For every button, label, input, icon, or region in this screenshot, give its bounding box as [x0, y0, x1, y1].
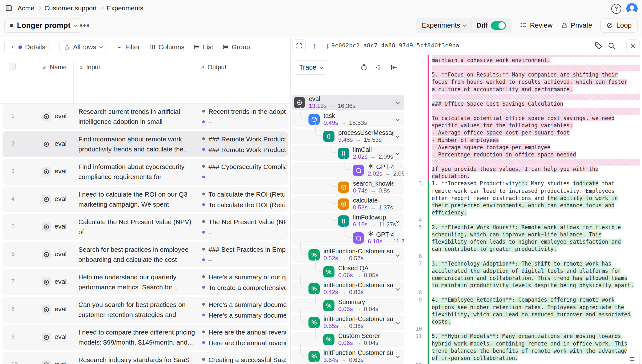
previous-row-button[interactable]: ↑	[313, 41, 316, 50]
diff-added-line: accelerated the adoption of digital tool…	[432, 267, 642, 275]
output-line: ### Cybersecurity Complia	[202, 162, 286, 172]
breadcrumb-org[interactable]: Acme	[18, 4, 34, 12]
chevron-down-icon[interactable]	[396, 151, 400, 155]
trace-view-dropdown[interactable]: Trace	[294, 60, 328, 75]
next-row-button[interactable]: ↓	[326, 41, 329, 50]
align-left-icon[interactable]	[390, 64, 398, 71]
table-row[interactable]: 1evalResearch current trends in artifici…	[3, 104, 288, 129]
trace-span-initfunction-customer-support-c-[interactable]: %initFunction-Customer support-C...0.52s…	[292, 247, 404, 263]
details-button[interactable]: Details	[4, 40, 50, 54]
diff-added-line: trend balances the benefits of remote wo…	[432, 347, 642, 355]
column-divider[interactable]	[37, 62, 37, 104]
trace-span-gpt-4o-mini[interactable]: GPT-4o mini2.02s→2.09s	[292, 162, 404, 178]
output-text: To create a comprehensive	[208, 283, 286, 293]
avatar[interactable]	[626, 3, 638, 14]
trace-span-closed-qa[interactable]: %Closed QA0.06s→0.05s	[292, 264, 404, 280]
table-row[interactable]: 2evalFind information about remote workp…	[3, 131, 288, 157]
more-actions-button[interactable]: •••	[80, 21, 90, 30]
diff-toggle[interactable]	[491, 21, 506, 30]
chevron-down-icon[interactable]	[396, 134, 400, 138]
column-header-name[interactable]: Name	[42, 64, 66, 71]
loop-button[interactable]: Loop	[600, 18, 638, 33]
chevron-down-icon[interactable]	[396, 253, 400, 257]
table-row[interactable]: 7evalHelp me understand our quarterlyper…	[3, 269, 288, 295]
table-row[interactable]: 4evalI need to calculate the ROI on our …	[3, 187, 288, 212]
row-name-cell: eval	[55, 112, 67, 120]
timing-icon[interactable]	[360, 64, 368, 71]
column-divider[interactable]	[197, 62, 197, 104]
span-name: GPT-4o mini	[368, 231, 393, 238]
output-bullet-icon	[202, 341, 205, 344]
table-row[interactable]: 5evalCalculate the Net Present Value (NP…	[3, 214, 288, 240]
chevron-down-icon[interactable]	[396, 320, 400, 324]
span-name: task	[324, 112, 393, 119]
trace-span-search-knowledge-base[interactable]: search_knowledge_base0.74s→0.8s	[292, 179, 404, 195]
duration-compare: 0.38s	[349, 323, 363, 329]
chevron-down-icon[interactable]	[396, 354, 400, 358]
filter-button[interactable]: Filter	[116, 43, 140, 51]
span-durations: 6.18s→11.27s	[368, 238, 404, 245]
tree-connector	[315, 124, 322, 136]
arrow-icon: →	[338, 255, 349, 261]
experiment-selector[interactable]: Longer prompt	[4, 18, 82, 33]
chevron-down-icon[interactable]	[396, 287, 400, 291]
duration-compare: 11.27s	[393, 238, 404, 245]
output-line: –	[202, 117, 286, 128]
review-button[interactable]: Review	[520, 21, 552, 29]
trace-span-initfunction-customer-support-c-[interactable]: %initFunction-Customer support-C...3.64s…	[292, 349, 404, 364]
trace-span-initfunction-customer-support-c-[interactable]: %initFunction-Customer support-C...0.55s…	[292, 315, 404, 330]
trace-span-task[interactable]: task9.49s→15.53s	[292, 112, 404, 127]
output-text: ### Remote Work Product	[208, 145, 286, 155]
table-row[interactable]: 8evalCan you search for best practices o…	[3, 297, 288, 323]
trace-span-custom-scorer[interactable]: %Custom Scorer0.06s→0.04s	[292, 332, 404, 347]
table-row[interactable]: 10evalResearch industry standards for Sa…	[3, 352, 288, 364]
trace-span-summary[interactable]: %Summary0.05s→0.04s	[292, 298, 404, 314]
row-output-cell: Recent trends in the adopti–	[202, 107, 286, 129]
sidebar-toggle-icon[interactable]	[5, 4, 13, 12]
chevron-down-icon[interactable]	[396, 117, 400, 121]
row-name-cell: eval	[55, 333, 67, 340]
group-icon	[223, 44, 229, 50]
search-icon[interactable]	[608, 42, 616, 50]
trace-span-processusermessage[interactable]: ()processUserMessage9.48s→15.53s	[292, 129, 404, 144]
trace-span-eval[interactable]: eval13.13s→16.36s	[292, 95, 404, 110]
arrow-icon: →	[338, 119, 349, 126]
eval-icon	[42, 333, 51, 342]
private-button[interactable]: Private	[561, 21, 592, 29]
table-row[interactable]: 6evalSearch for best practices in employ…	[3, 242, 288, 267]
help-icon[interactable]: ?	[611, 4, 621, 14]
column-header-input[interactable]: Input	[78, 64, 100, 71]
span-durations: 6.18s→11.27s	[353, 221, 396, 228]
breadcrumb-section[interactable]: Experiments	[107, 4, 144, 12]
expanded-view-button[interactable]	[625, 351, 639, 364]
experiments-dropdown[interactable]: Experiments	[422, 21, 466, 29]
column-header-output[interactable]: Output	[200, 64, 226, 71]
trace-span-calculate[interactable]: calculate0.53s→1.37s	[292, 196, 404, 212]
content-area: Details All rows Filter Columns List	[0, 37, 642, 364]
column-divider[interactable]	[73, 62, 74, 104]
breadcrumb-project[interactable]: Customer support	[45, 4, 97, 12]
columns-button[interactable]: Columns	[149, 43, 184, 51]
tool-icon	[338, 198, 349, 210]
expand-panel-button[interactable]	[292, 39, 306, 52]
list-button[interactable]: List	[194, 43, 213, 51]
group-button[interactable]: Group	[223, 43, 250, 51]
close-panel-button[interactable]	[626, 39, 639, 52]
chevron-down-icon[interactable]	[396, 100, 400, 104]
duration-compare: 0.63s	[349, 356, 363, 363]
table-row[interactable]: 3evalFind information about cybersecurit…	[3, 159, 288, 185]
tree-connector	[330, 191, 337, 204]
all-rows-dropdown[interactable]: All rows	[59, 40, 107, 54]
app-window: Acme Customer support Experiments ? Long…	[0, 0, 642, 364]
trace-span-gpt-4o-mini[interactable]: GPT-4o mini6.18s→11.27s	[292, 230, 404, 246]
span-name: initFunction-Customer support-C...	[324, 248, 393, 255]
collapse-vertical-icon[interactable]	[375, 64, 383, 71]
select-all-checkbox[interactable]	[9, 63, 16, 70]
chevron-down-icon[interactable]	[396, 219, 400, 223]
score-icon: %	[323, 334, 334, 345]
trace-span-initfunction-customer-support-c-[interactable]: %initFunction-Customer support-C...0.42s…	[292, 281, 404, 297]
diff-line-number: 12	[406, 362, 424, 364]
arrow-down-right-icon	[78, 65, 84, 70]
table-row[interactable]: 9evalI need to compare three different p…	[3, 324, 288, 350]
tag-icon[interactable]	[594, 42, 603, 50]
